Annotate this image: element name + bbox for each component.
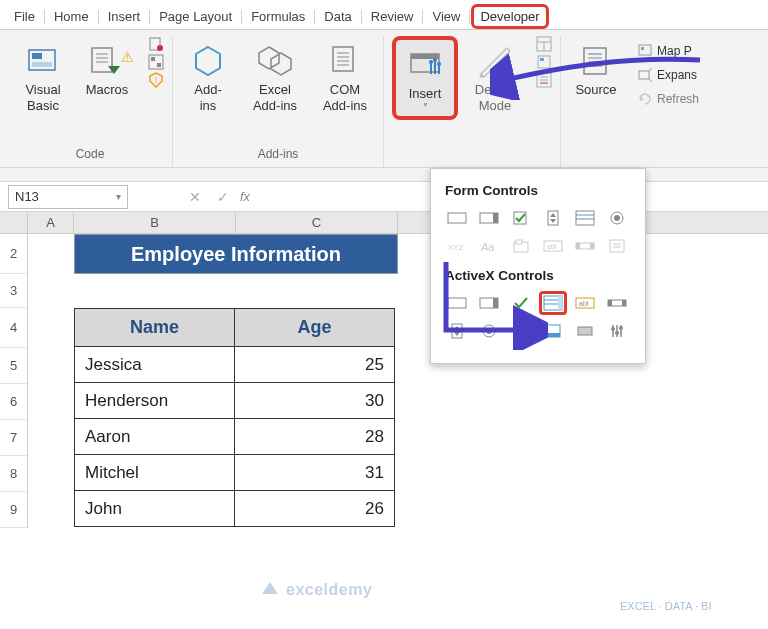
activex-spin-icon[interactable] — [443, 319, 471, 343]
addins-label: Add- ins — [194, 82, 221, 113]
form-groupbox-icon[interactable] — [507, 234, 535, 258]
activex-button-icon[interactable] — [443, 291, 471, 315]
design-mode-button[interactable]: Design Mode — [468, 36, 522, 113]
table-header-name[interactable]: Name — [75, 309, 235, 347]
name-box-dropdown-icon[interactable]: ▾ — [116, 191, 121, 202]
form-scrollbar-icon[interactable] — [571, 234, 599, 258]
row-header-5[interactable]: 5 — [0, 348, 28, 384]
svg-point-28 — [429, 60, 433, 64]
form-textbox-icon[interactable]: abl — [539, 234, 567, 258]
select-all-corner[interactable] — [0, 212, 28, 233]
tab-insert[interactable]: Insert — [100, 5, 149, 28]
row-header-2[interactable]: 2 — [0, 234, 28, 274]
svg-line-51 — [649, 79, 652, 82]
svg-marker-16 — [259, 47, 279, 69]
col-header-b[interactable]: B — [74, 212, 236, 233]
enter-formula-icon[interactable]: ✓ — [212, 189, 234, 205]
macros-icon — [90, 40, 124, 82]
source-button[interactable]: Source — [569, 36, 623, 98]
row-header-7[interactable]: 7 — [0, 420, 28, 456]
ribbon: Visual Basic Macros ⚠ ! Code Add- ins — [0, 30, 768, 168]
tab-view[interactable]: View — [424, 5, 468, 28]
group-addins-label: Add-ins — [258, 143, 299, 167]
row-header-3[interactable]: 3 — [0, 274, 28, 308]
activex-textbox-icon[interactable]: abl — [571, 291, 599, 315]
properties-icon[interactable] — [536, 36, 552, 52]
tab-data[interactable]: Data — [316, 5, 359, 28]
form-option-icon[interactable] — [603, 206, 631, 230]
source-icon — [578, 40, 614, 82]
activex-more-icon[interactable] — [603, 319, 631, 343]
activex-image-icon[interactable] — [539, 319, 567, 343]
addins-icon — [190, 40, 226, 82]
visual-basic-button[interactable]: Visual Basic — [16, 36, 70, 113]
title-cell[interactable]: Employee Information — [74, 234, 398, 274]
form-button-icon[interactable] — [443, 206, 471, 230]
row-header-9[interactable]: 9 — [0, 492, 28, 528]
addins-button[interactable]: Add- ins — [181, 36, 235, 113]
macros-label: Macros — [86, 82, 129, 98]
activex-option-icon[interactable] — [475, 319, 503, 343]
use-relative-icon[interactable] — [148, 54, 164, 70]
tab-review[interactable]: Review — [363, 5, 422, 28]
svg-rect-73 — [590, 243, 594, 249]
tab-page-layout[interactable]: Page Layout — [151, 5, 240, 28]
form-listbox-icon[interactable] — [571, 206, 599, 230]
record-macro-icon[interactable] — [148, 36, 164, 52]
svg-line-50 — [649, 68, 652, 71]
run-dialog-icon[interactable] — [536, 72, 552, 88]
row-header-8[interactable]: 8 — [0, 456, 28, 492]
group-xml: Source Map P Expans Refresh — [561, 36, 711, 167]
row-header-4[interactable]: 4 — [0, 308, 28, 348]
cell-area[interactable]: Employee Information Name Age Jessica25 … — [28, 234, 768, 528]
fx-label[interactable]: fx — [240, 189, 250, 204]
cancel-formula-icon[interactable]: ✕ — [184, 189, 206, 205]
activex-checkbox-icon[interactable] — [507, 291, 535, 315]
activex-combo-icon[interactable] — [475, 291, 503, 315]
form-combo-icon[interactable] — [475, 206, 503, 230]
formula-bar: N13 ▾ ✕ ✓ fx — [0, 182, 768, 212]
map-properties-button[interactable]: Map P — [633, 40, 703, 62]
tab-home[interactable]: Home — [46, 5, 97, 28]
svg-rect-18 — [333, 47, 353, 71]
table-row: Henderson30 — [75, 383, 395, 419]
ribbon-tabs: File Home Insert Page Layout Formulas Da… — [0, 0, 768, 30]
map-icon — [637, 43, 653, 59]
svg-rect-42 — [584, 48, 606, 74]
tab-file[interactable]: File — [6, 5, 43, 28]
excel-addins-button[interactable]: Excel Add-ins — [245, 36, 305, 113]
view-code-icon[interactable] — [536, 54, 552, 70]
activex-listbox-icon[interactable] — [539, 291, 567, 315]
row-header-6[interactable]: 6 — [0, 384, 28, 420]
com-addins-button[interactable]: COM Add-ins — [315, 36, 375, 113]
expansion-button[interactable]: Expans — [633, 64, 703, 86]
macro-security-icon[interactable]: ! — [148, 72, 164, 88]
svg-text:abl: abl — [579, 300, 589, 307]
activex-scrollbar-icon[interactable] — [603, 291, 631, 315]
col-header-a[interactable]: A — [28, 212, 74, 233]
activex-controls-grid: abl A — [443, 291, 633, 343]
svg-rect-53 — [448, 213, 466, 223]
form-checkbox-icon[interactable] — [507, 206, 535, 230]
svg-marker-17 — [271, 53, 291, 75]
form-aa-icon[interactable]: Aa — [475, 234, 503, 258]
tab-formulas[interactable]: Formulas — [243, 5, 313, 28]
form-spin-icon[interactable] — [539, 206, 567, 230]
refresh-button[interactable]: Refresh — [633, 88, 703, 110]
table-header-age[interactable]: Age — [235, 309, 395, 347]
macros-button[interactable]: Macros ⚠ — [80, 36, 134, 98]
svg-rect-55 — [493, 213, 498, 223]
form-controls-header: Form Controls — [445, 183, 631, 198]
svg-marker-58 — [550, 213, 556, 217]
form-label-icon[interactable]: XYZ — [443, 234, 471, 258]
form-more-icon[interactable] — [603, 234, 631, 258]
activex-label-icon[interactable]: A — [507, 319, 535, 343]
insert-controls-button[interactable]: Insert ˅ — [392, 36, 458, 120]
tab-developer[interactable]: Developer — [471, 4, 548, 29]
chevron-down-icon: ˅ — [423, 102, 428, 114]
activex-toggle-icon[interactable] — [571, 319, 599, 343]
name-box[interactable]: N13 ▾ — [8, 185, 128, 209]
col-header-c[interactable]: C — [236, 212, 398, 233]
insert-controls-label: Insert — [409, 86, 442, 102]
table-row: John26 — [75, 491, 395, 527]
